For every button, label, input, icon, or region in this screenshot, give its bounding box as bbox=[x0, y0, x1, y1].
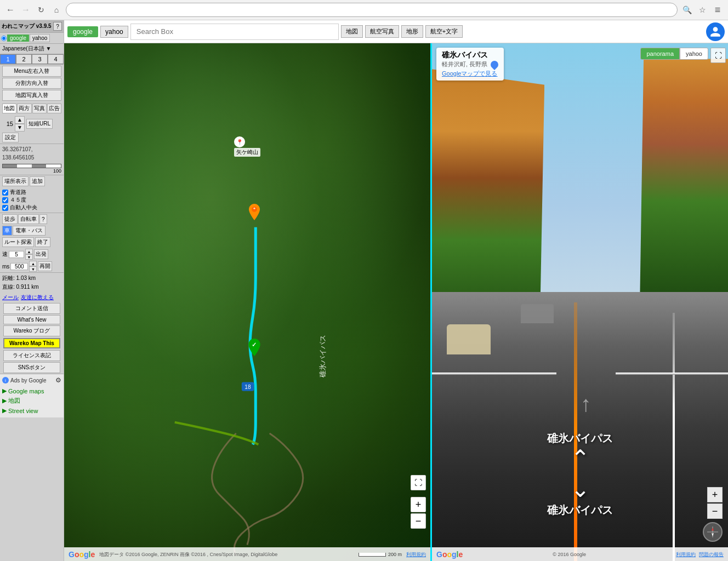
route-end-button[interactable]: 終了 bbox=[35, 237, 50, 247]
sv-zoom-buttons: + − bbox=[707, 487, 723, 519]
location-display-button[interactable]: 場所表示 bbox=[2, 176, 29, 186]
checkbox-blue-road: 青道路 bbox=[2, 188, 61, 196]
back-button[interactable]: ← bbox=[4, 4, 16, 16]
ad-google-maps[interactable]: ▶ Google maps bbox=[2, 386, 61, 396]
view-photo-button[interactable]: 写真 bbox=[32, 104, 47, 113]
search-input[interactable] bbox=[130, 24, 339, 40]
street-fullscreen-button[interactable]: ⛶ bbox=[710, 48, 726, 63]
route-search-button[interactable]: ルート探索 bbox=[2, 237, 34, 247]
departure-button[interactable]: 出発 bbox=[34, 249, 48, 259]
route-bike-tab[interactable]: 自転車 bbox=[18, 214, 39, 224]
terms-link[interactable]: 利用規約 bbox=[406, 551, 426, 558]
forward-button[interactable]: → bbox=[20, 4, 32, 16]
speed-spinner: ▲ ▼ bbox=[25, 249, 33, 260]
sv-terms-link[interactable]: 利用規約 bbox=[676, 551, 696, 558]
url-bar[interactable]: www.wareko.net/maps/v3.9.5/search.php?q=… bbox=[66, 3, 678, 17]
google-radio-input[interactable] bbox=[1, 36, 7, 41]
view-both-button[interactable]: 両方 bbox=[17, 104, 31, 113]
map-yahoo-tab[interactable]: yahoo bbox=[100, 26, 128, 38]
yahoo-tab[interactable]: yahoo bbox=[30, 34, 50, 42]
map-type-map[interactable]: 地図 bbox=[341, 25, 363, 38]
zoom-up-button[interactable]: ▲ bbox=[15, 116, 25, 124]
compass[interactable] bbox=[703, 522, 723, 542]
map-zoom-in-button[interactable]: + bbox=[411, 497, 426, 512]
wareko-map-this-button[interactable]: Wareko Map This bbox=[3, 338, 60, 348]
map-top-bar: google yahoo 地図 航空写真 地形 航空+文字 bbox=[64, 20, 728, 43]
settings-button[interactable]: 設定 bbox=[2, 133, 19, 142]
search-icon[interactable]: 🔍 bbox=[681, 4, 693, 16]
ads-settings-icon[interactable]: ⚙ bbox=[55, 376, 61, 384]
tab-1[interactable]: 1 bbox=[0, 54, 16, 64]
user-avatar[interactable] bbox=[706, 22, 725, 41]
vehicle-far bbox=[521, 304, 554, 323]
yahoo-panorama-tab[interactable]: yahoo bbox=[680, 48, 708, 60]
interval-input[interactable] bbox=[10, 263, 28, 270]
blue-road-checkbox[interactable] bbox=[2, 190, 8, 196]
svg-text:✓: ✓ bbox=[252, 341, 257, 348]
number-tabs: 1 2 3 4 bbox=[0, 54, 64, 65]
help-route-button[interactable]: ? bbox=[39, 214, 47, 224]
replay-button[interactable]: 再開 bbox=[38, 261, 52, 271]
view-map-button[interactable]: 地図 bbox=[2, 104, 16, 113]
menu-left-right-button[interactable]: Menu左右入替 bbox=[2, 66, 61, 77]
marker-destination: ✓ bbox=[248, 339, 260, 357]
direction-input-button[interactable]: 分割方向入替 bbox=[2, 78, 61, 89]
view-type-buttons: 地図 両方 写真 広告 bbox=[0, 103, 64, 114]
map-type-aerial-text[interactable]: 航空+文字 bbox=[425, 25, 463, 38]
map-zoom-out-button[interactable]: − bbox=[411, 513, 426, 529]
share-friend-link[interactable]: 友達に教える bbox=[21, 294, 54, 301]
nav-title-down: 碓氷バイパス bbox=[547, 503, 613, 518]
google-tab[interactable]: google bbox=[7, 35, 29, 42]
browser-menu-button[interactable]: ≡ bbox=[712, 4, 724, 16]
interval-down-button[interactable]: ▼ bbox=[29, 266, 37, 272]
nav-arrow-up[interactable]: ⌃ bbox=[547, 446, 613, 471]
shorten-url-button[interactable]: 短縮URL bbox=[26, 119, 53, 129]
speed-up-button[interactable]: ▲ bbox=[25, 249, 33, 254]
street-bottom-bar: Google © 2016 Google 利用規約 問題の報告 bbox=[432, 547, 728, 561]
sns-button[interactable]: SNSボタン bbox=[3, 362, 60, 373]
interval-up-button[interactable]: ▲ bbox=[29, 261, 37, 266]
wareko-blog-button[interactable]: Wareko ブログ bbox=[3, 325, 60, 336]
tab-2[interactable]: 2 bbox=[16, 54, 32, 64]
sv-zoom-in-button[interactable]: + bbox=[707, 487, 723, 502]
map-type-terrain[interactable]: 地形 bbox=[401, 25, 423, 38]
panorama-tab[interactable]: panorama bbox=[640, 48, 680, 60]
bookmark-icon[interactable]: ☆ bbox=[696, 4, 708, 16]
ad-street-view[interactable]: ▶ Street view bbox=[2, 406, 61, 415]
satellite-map[interactable]: 碓氷バイパス 18 ✓ bbox=[64, 43, 432, 561]
scale-label: 100 bbox=[2, 168, 61, 174]
route-walk-tab[interactable]: 徒歩 bbox=[2, 214, 18, 224]
sv-zoom-out-button[interactable]: − bbox=[707, 503, 723, 519]
add-button[interactable]: 追加 bbox=[30, 176, 45, 186]
map-attribution: 地図データ ©2016 Google, ZENRIN 画像 ©2016 , Cn… bbox=[99, 551, 277, 558]
language-selector[interactable]: Japanese(日本語 ▼ bbox=[0, 44, 64, 54]
license-button[interactable]: ライセンス表記 bbox=[3, 350, 60, 361]
google-maps-link[interactable]: Googleマップで見る bbox=[442, 70, 498, 78]
ad-chizu[interactable]: ▶ 地図 bbox=[2, 396, 61, 406]
zoom-down-button[interactable]: ▼ bbox=[15, 124, 25, 131]
route-train-tab[interactable]: 電車・バス bbox=[13, 226, 46, 236]
route-car-tab[interactable]: 車 bbox=[2, 226, 12, 236]
auto-center-checkbox[interactable] bbox=[2, 205, 8, 211]
view-ads-button[interactable]: 広告 bbox=[47, 104, 61, 113]
tab-3[interactable]: 3 bbox=[32, 54, 48, 64]
auto-center-label: 自動人中央 bbox=[10, 204, 37, 211]
map-google-tab[interactable]: google bbox=[67, 26, 98, 37]
help-button[interactable]: ? bbox=[53, 22, 62, 31]
reload-button[interactable]: ↻ bbox=[35, 4, 47, 16]
speed-down-button[interactable]: ▼ bbox=[25, 254, 33, 260]
45-checkbox[interactable] bbox=[2, 197, 8, 203]
google-logo-map: Google bbox=[69, 550, 95, 559]
sv-report-link[interactable]: 問題の報告 bbox=[699, 551, 724, 558]
map-photo-swap-button[interactable]: 地図写真入替 bbox=[2, 90, 61, 101]
whats-new-button[interactable]: What's New bbox=[3, 315, 60, 324]
nav-arrow-down[interactable]: ⌄ bbox=[547, 477, 613, 502]
maps-view: 碓氷バイパス 18 ✓ bbox=[64, 43, 728, 561]
tab-4[interactable]: 4 bbox=[48, 54, 64, 64]
mail-link[interactable]: メール bbox=[2, 294, 19, 301]
map-fullscreen-button[interactable]: ⛶ bbox=[411, 475, 426, 490]
comment-send-button[interactable]: コメント送信 bbox=[3, 303, 60, 314]
home-button[interactable]: ⌂ bbox=[50, 4, 62, 16]
map-type-aerial[interactable]: 航空写真 bbox=[365, 25, 399, 38]
speed-input[interactable] bbox=[9, 251, 24, 258]
